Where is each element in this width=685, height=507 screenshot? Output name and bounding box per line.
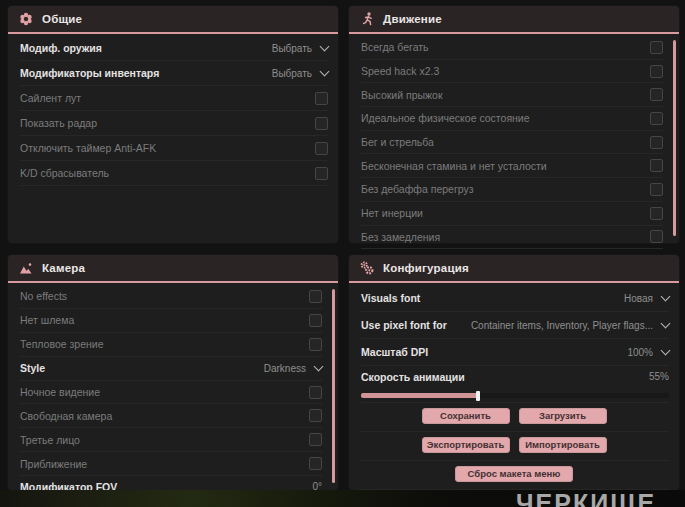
silent-loot-checkbox[interactable] xyxy=(315,92,328,105)
weapon-mod-dropdown[interactable]: Выбрать xyxy=(272,43,328,54)
night-vision-label: Ночное видение xyxy=(20,386,100,398)
export-button[interactable]: Экспортировать xyxy=(422,437,510,453)
animation-speed-slider-fill xyxy=(361,393,478,398)
no-overload-debuff-checkbox[interactable] xyxy=(650,183,663,196)
row-zoom: Приближение xyxy=(20,452,322,476)
zoom-label: Приближение xyxy=(20,458,87,470)
panel-camera: Камера No effectsНет шлемаТепловое зрени… xyxy=(8,255,338,490)
row-free-camera: Свободная камера xyxy=(20,404,322,428)
kd-resetter-checkbox[interactable] xyxy=(315,167,328,180)
no-helmet-label: Нет шлема xyxy=(20,314,74,326)
location-name-text: ЧЕРКИЩЕ xyxy=(516,491,656,507)
style-dropdown[interactable]: Darkness xyxy=(264,363,322,374)
dpi-scale-dropdown[interactable]: 100% xyxy=(627,347,669,358)
panel-movement-rows: Всегда бегатьSpeed hack x2.3Высокий прыж… xyxy=(349,34,679,249)
weapon-mod-label: Модиф. оружия xyxy=(20,42,102,54)
panel-general-rows: Модиф. оружияВыбратьМодификаторы инвента… xyxy=(8,34,338,186)
panel-config: Конфигурация Visuals fontНоваяUse pixel … xyxy=(349,255,679,490)
animation-speed-value: 55% xyxy=(649,371,669,383)
animation-speed-slider[interactable] xyxy=(361,393,669,398)
no-effects-checkbox[interactable] xyxy=(309,290,322,303)
row-kd-resetter: K/D сбрасыватель xyxy=(20,161,328,186)
infinite-stamina-label: Бесконечная стамина и нет усталости xyxy=(361,160,547,172)
visuals-font-label: Visuals font xyxy=(361,292,420,304)
row-use-pixel-font-for: Use pixel font forContainer items, Inven… xyxy=(361,312,669,339)
row-always-run: Всегда бегать xyxy=(361,36,663,60)
night-vision-checkbox[interactable] xyxy=(309,386,322,399)
inventory-modifiers-label: Модификаторы инвентаря xyxy=(20,67,159,79)
thermal-vision-label: Тепловое зрение xyxy=(20,338,104,350)
visuals-font-value: Новая xyxy=(624,293,653,304)
row-perfect-physical-condition: Идеальное физическое состояние xyxy=(361,107,663,131)
show-radar-checkbox[interactable] xyxy=(315,117,328,130)
run-and-shoot-checkbox[interactable] xyxy=(650,136,663,149)
panel-movement-header: Движение xyxy=(349,6,679,34)
infinite-stamina-checkbox[interactable] xyxy=(650,159,663,172)
import-button[interactable]: Импортировать xyxy=(519,437,607,453)
third-person-checkbox[interactable] xyxy=(309,433,322,446)
free-camera-label: Свободная камера xyxy=(20,410,112,422)
movement-scrollbar[interactable] xyxy=(673,40,676,236)
config-buttons: Сохранить Загрузить Экспортировать Импор… xyxy=(349,403,679,490)
animation-speed-label: Скорость анимации xyxy=(361,371,465,383)
row-style: StyleDarkness xyxy=(20,357,322,381)
config-button-row-3: Сброс макета меню xyxy=(359,461,669,490)
chevron-down-icon xyxy=(314,362,324,372)
row-disable-anti-afk-timer: Отключить таймер Anti-AFK xyxy=(20,136,328,161)
panel-general: Общие Модиф. оружияВыбратьМодификаторы и… xyxy=(8,6,338,243)
dpi-scale-value: 100% xyxy=(627,347,653,358)
row-third-person: Третье лицо xyxy=(20,428,322,452)
chevron-down-icon xyxy=(661,346,671,356)
thermal-vision-checkbox[interactable] xyxy=(309,338,322,351)
row-no-effects: No effects xyxy=(20,285,322,309)
row-no-helmet: Нет шлема xyxy=(20,309,322,333)
always-run-checkbox[interactable] xyxy=(650,41,663,54)
no-inertia-label: Нет инерции xyxy=(361,207,423,219)
dpi-scale-label: Масштаб DPI xyxy=(361,346,428,358)
chevron-down-icon xyxy=(661,292,671,302)
panel-camera-header: Камера xyxy=(8,255,338,283)
animation-speed-slider-handle[interactable] xyxy=(476,391,480,401)
inventory-modifiers-dropdown[interactable]: Выбрать xyxy=(272,68,328,79)
row-animation-speed: Скорость анимации55% xyxy=(361,366,669,403)
high-jump-checkbox[interactable] xyxy=(650,88,663,101)
load-button[interactable]: Загрузить xyxy=(519,408,607,424)
no-inertia-checkbox[interactable] xyxy=(650,207,663,220)
row-dpi-scale: Масштаб DPI100% xyxy=(361,339,669,366)
panel-camera-rows: No effectsНет шлемаТепловое зрениеStyleD… xyxy=(8,283,338,505)
runner-icon xyxy=(360,12,374,26)
reset-menu-layout-button[interactable]: Сброс макета меню xyxy=(455,466,573,482)
camera-scrollbar[interactable] xyxy=(332,289,335,483)
panel-config-header: Конфигурация xyxy=(349,255,679,283)
inventory-modifiers-value: Выбрать xyxy=(272,68,312,79)
disable-anti-afk-timer-label: Отключить таймер Anti-AFK xyxy=(20,142,156,154)
disable-anti-afk-timer-checkbox[interactable] xyxy=(315,142,328,155)
row-weapon-mod: Модиф. оружияВыбрать xyxy=(20,36,328,61)
row-speed-hack: Speed hack x2.3 xyxy=(361,60,663,84)
kd-resetter-label: K/D сбрасыватель xyxy=(20,167,109,179)
row-high-jump: Высокий прыжок xyxy=(361,83,663,107)
row-silent-loot: Сайлент лут xyxy=(20,86,328,111)
config-button-row-1: Сохранить Загрузить xyxy=(359,403,669,432)
perfect-physical-condition-checkbox[interactable] xyxy=(650,112,663,125)
row-thermal-vision: Тепловое зрение xyxy=(20,333,322,357)
no-slowdown-checkbox[interactable] xyxy=(650,230,663,243)
save-button[interactable]: Сохранить xyxy=(422,408,510,424)
panel-general-header: Общие xyxy=(8,6,338,34)
weapon-mod-value: Выбрать xyxy=(272,43,312,54)
row-no-overload-debuff: Без дебаффа перегруз xyxy=(361,178,663,202)
row-inventory-modifiers: Модификаторы инвентаряВыбрать xyxy=(20,61,328,86)
flower-gear-icon xyxy=(19,12,33,26)
use-pixel-font-for-dropdown[interactable]: Container items, Inventory, Player flags… xyxy=(471,320,669,331)
use-pixel-font-for-label: Use pixel font for xyxy=(361,319,447,331)
run-and-shoot-label: Бег и стрельба xyxy=(361,136,434,148)
high-jump-label: Высокий прыжок xyxy=(361,89,443,101)
row-show-radar: Показать радар xyxy=(20,111,328,136)
third-person-label: Третье лицо xyxy=(20,434,80,446)
speed-hack-checkbox[interactable] xyxy=(650,65,663,78)
zoom-checkbox[interactable] xyxy=(309,457,322,470)
always-run-label: Всегда бегать xyxy=(361,41,429,53)
visuals-font-dropdown[interactable]: Новая xyxy=(624,293,669,304)
free-camera-checkbox[interactable] xyxy=(309,409,322,422)
no-helmet-checkbox[interactable] xyxy=(309,314,322,327)
